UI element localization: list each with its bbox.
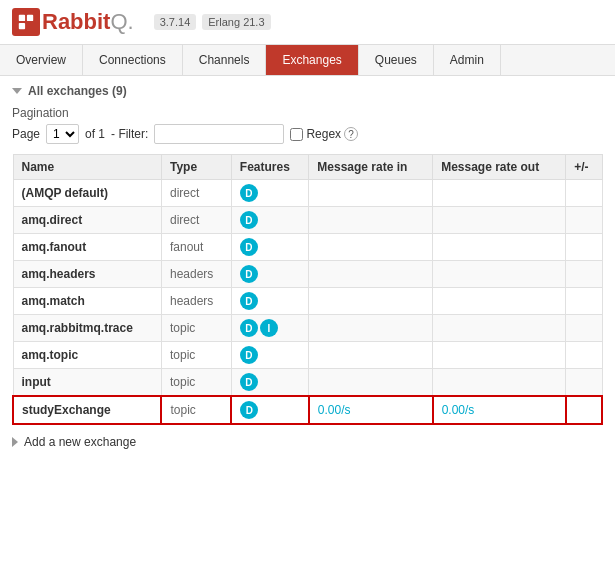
exchange-name: studyExchange: [22, 403, 111, 417]
nav-item-exchanges[interactable]: Exchanges: [266, 45, 358, 75]
cell-rate-out: [433, 261, 566, 288]
exchange-name: input: [22, 375, 51, 389]
table-row[interactable]: inputtopicD: [13, 369, 602, 397]
cell-rate-in: [309, 207, 433, 234]
feature-badge: D: [240, 238, 258, 256]
feature-badge: D: [240, 373, 258, 391]
cell-features: D: [231, 342, 309, 369]
logo-name: RabbitQ.: [42, 9, 134, 35]
feature-badge: D: [240, 292, 258, 310]
exchange-name: (AMQP default): [22, 186, 108, 200]
logo-icon: [12, 8, 40, 36]
cell-name[interactable]: amq.fanout: [13, 234, 161, 261]
feature-badge: D: [240, 211, 258, 229]
exchange-name: amq.topic: [22, 348, 79, 362]
cell-rate-out: [433, 207, 566, 234]
cell-name[interactable]: amq.direct: [13, 207, 161, 234]
cell-type: topic: [161, 315, 231, 342]
nav-bar: Overview Connections Channels Exchanges …: [0, 45, 615, 76]
nav-item-queues[interactable]: Queues: [359, 45, 434, 75]
cell-name[interactable]: (AMQP default): [13, 180, 161, 207]
cell-rate-in: [309, 342, 433, 369]
cell-features: D: [231, 288, 309, 315]
cell-features: D: [231, 261, 309, 288]
erlang-badge: Erlang 21.3: [202, 14, 270, 30]
exchanges-table: Name Type Features Message rate in Messa…: [12, 154, 603, 425]
nav-item-channels[interactable]: Channels: [183, 45, 267, 75]
cell-features: D: [231, 207, 309, 234]
cell-name[interactable]: amq.rabbitmq.trace: [13, 315, 161, 342]
table-row[interactable]: studyExchangetopicD0.00/s0.00/s: [13, 396, 602, 424]
th-rate-in: Message rate in: [309, 155, 433, 180]
cell-rate-in: [309, 180, 433, 207]
cell-plusminus: [566, 207, 602, 234]
cell-name[interactable]: studyExchange: [13, 396, 161, 424]
table-row[interactable]: amq.topictopicD: [13, 342, 602, 369]
cell-plusminus: [566, 261, 602, 288]
page-select[interactable]: 1: [46, 124, 79, 144]
nav-item-overview[interactable]: Overview: [0, 45, 83, 75]
regex-checkbox[interactable]: [290, 128, 303, 141]
table-row[interactable]: amq.rabbitmq.tracetopicDI: [13, 315, 602, 342]
th-rate-out: Message rate out: [433, 155, 566, 180]
version-badge: 3.7.14: [154, 14, 197, 30]
exchange-name: amq.direct: [22, 213, 83, 227]
exchange-name: amq.fanout: [22, 240, 87, 254]
cell-type: fanout: [161, 234, 231, 261]
cell-name[interactable]: amq.headers: [13, 261, 161, 288]
nav-item-connections[interactable]: Connections: [83, 45, 183, 75]
filter-label: - Filter:: [111, 127, 148, 141]
add-exchange-row[interactable]: Add a new exchange: [12, 435, 603, 449]
feature-badge: D: [240, 184, 258, 202]
cell-plusminus: [566, 369, 602, 397]
table-row[interactable]: amq.fanoutfanoutD: [13, 234, 602, 261]
section-header[interactable]: All exchanges (9): [12, 84, 603, 98]
cell-features: DI: [231, 315, 309, 342]
cell-rate-in: [309, 315, 433, 342]
cell-rate-out: [433, 315, 566, 342]
cell-features: D: [231, 396, 309, 424]
svg-rect-0: [19, 15, 25, 21]
table-row[interactable]: (AMQP default)directD: [13, 180, 602, 207]
cell-features: D: [231, 180, 309, 207]
cell-name[interactable]: amq.match: [13, 288, 161, 315]
main-content: All exchanges (9) Pagination Page 1 of 1…: [0, 76, 615, 457]
filter-input[interactable]: [154, 124, 284, 144]
table-row[interactable]: amq.headersheadersD: [13, 261, 602, 288]
cell-type: direct: [161, 180, 231, 207]
cell-name[interactable]: amq.topic: [13, 342, 161, 369]
cell-type: headers: [161, 261, 231, 288]
cell-plusminus: [566, 342, 602, 369]
feature-badge: I: [260, 319, 278, 337]
version-badges: 3.7.14 Erlang 21.3: [154, 14, 271, 30]
add-exchange-label: Add a new exchange: [24, 435, 136, 449]
feature-badge: D: [240, 265, 258, 283]
cell-rate-in: [309, 234, 433, 261]
exchange-name: amq.match: [22, 294, 85, 308]
cell-rate-out: [433, 180, 566, 207]
chevron-down-icon: [12, 88, 22, 94]
svg-rect-1: [27, 15, 33, 21]
of-label: of 1: [85, 127, 105, 141]
feature-badge: D: [240, 401, 258, 419]
cell-rate-in: [309, 369, 433, 397]
cell-type: topic: [161, 369, 231, 397]
cell-features: D: [231, 369, 309, 397]
logo-mq: Q.: [110, 9, 133, 34]
th-features: Features: [231, 155, 309, 180]
cell-rate-out: 0.00/s: [433, 396, 566, 424]
pagination-row: Page 1 of 1 - Filter: Regex ?: [12, 124, 603, 144]
cell-features: D: [231, 234, 309, 261]
add-triangle-icon: [12, 437, 18, 447]
cell-rate-out: [433, 342, 566, 369]
regex-help-icon[interactable]: ?: [344, 127, 358, 141]
cell-name[interactable]: input: [13, 369, 161, 397]
cell-type: topic: [161, 342, 231, 369]
feature-badge: D: [240, 319, 258, 337]
feature-badge: D: [240, 346, 258, 364]
section-title: All exchanges (9): [28, 84, 127, 98]
table-row[interactable]: amq.matchheadersD: [13, 288, 602, 315]
table-row[interactable]: amq.directdirectD: [13, 207, 602, 234]
cell-rate-in: 0.00/s: [309, 396, 433, 424]
nav-item-admin[interactable]: Admin: [434, 45, 501, 75]
